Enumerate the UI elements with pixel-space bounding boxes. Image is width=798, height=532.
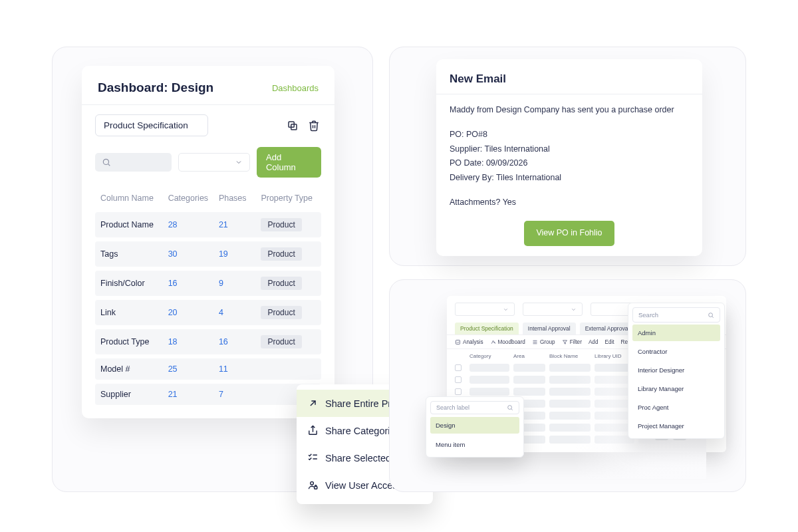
- dashboard-card: Dashboard: Design Dashboards Product Spe…: [82, 66, 334, 418]
- svg-point-2: [103, 159, 108, 164]
- grid-col-category: Category: [469, 353, 509, 359]
- table-header-row: Column Name Categories Phases Property T…: [95, 188, 321, 208]
- property-chip: Product: [261, 277, 301, 290]
- search-input[interactable]: [95, 153, 172, 172]
- table-row: Model # 25 11: [95, 358, 321, 380]
- view-dropdown-label: Product Specification: [104, 120, 188, 130]
- analysis-icon: [455, 339, 461, 345]
- row-categories-link[interactable]: 30: [168, 249, 219, 259]
- property-chip: Product: [261, 306, 301, 319]
- role-search-input[interactable]: Search: [632, 307, 720, 323]
- row-checkbox[interactable]: [455, 376, 462, 383]
- row-categories-link[interactable]: 21: [168, 390, 219, 399]
- search-icon: [708, 312, 714, 319]
- svg-point-7: [311, 481, 314, 485]
- col-header-categories: Categories: [168, 194, 219, 203]
- tab-external-approval[interactable]: External Approval: [580, 323, 635, 334]
- row-name: Model #: [100, 364, 168, 374]
- role-option-interior-designer[interactable]: Interior Designer: [632, 362, 720, 378]
- moodboard-icon: [490, 339, 496, 345]
- table-row: Tags 30 19 Product: [95, 241, 321, 267]
- col-header-property-type: Property Type: [261, 194, 316, 203]
- row-phases-link[interactable]: 7: [219, 390, 261, 399]
- dashboards-link[interactable]: Dashboards: [272, 83, 319, 93]
- row-categories-link[interactable]: 20: [168, 308, 219, 317]
- svg-point-14: [508, 406, 512, 410]
- row-checkbox[interactable]: [455, 364, 462, 371]
- tab-product-specification[interactable]: Product Specification: [455, 323, 519, 334]
- email-body: Maddy from Design Company has sent you a…: [436, 104, 702, 246]
- row-name: Product Type: [100, 337, 168, 346]
- email-attachments: Attachments? Yes: [450, 196, 689, 209]
- row-categories-link[interactable]: 18: [168, 337, 219, 346]
- ribbon-edit[interactable]: Edit: [604, 339, 614, 345]
- view-dropdown[interactable]: Product Specification: [95, 114, 208, 136]
- row-categories-link[interactable]: 28: [168, 220, 219, 229]
- dashboard-header: Dashboard: Design Dashboards: [82, 66, 334, 105]
- copy-icon[interactable]: [285, 118, 300, 133]
- table-row: Supplier 21 7: [95, 384, 321, 405]
- tab-internal-approval[interactable]: Internal Approval: [523, 323, 576, 334]
- col-header-phases: Phases: [219, 194, 261, 203]
- row-name: Supplier: [100, 390, 168, 399]
- table-row: Product Name 28 21 Product: [95, 212, 321, 237]
- dashboard-title: Dashboard: Design: [98, 80, 213, 95]
- mini-dropdown[interactable]: [523, 303, 583, 316]
- property-chip: Product: [261, 247, 301, 261]
- role-option-contractor[interactable]: Contractor: [632, 343, 720, 360]
- filter-icon: [562, 339, 568, 345]
- group-icon: [532, 339, 538, 345]
- label-option-menu-item[interactable]: Menu item: [430, 436, 519, 453]
- row-name: Product Name: [100, 220, 168, 229]
- ribbon-filter[interactable]: Filter: [562, 339, 582, 345]
- role-search-placeholder: Search: [638, 311, 658, 319]
- label-option-design[interactable]: Design: [430, 417, 519, 434]
- row-phases-link[interactable]: 11: [219, 364, 261, 374]
- row-phases-link[interactable]: 19: [219, 249, 261, 259]
- role-popover: Search Admin Contractor Interior Designe…: [628, 303, 725, 439]
- checklist-icon: [307, 452, 319, 464]
- label-search-placeholder: Search label: [436, 404, 469, 411]
- email-title: New Email: [436, 72, 702, 94]
- email-intro: Maddy from Design Company has sent you a…: [450, 104, 689, 116]
- role-option-library-manager[interactable]: Library Manager: [632, 380, 720, 397]
- ribbon-add[interactable]: Add: [589, 339, 598, 345]
- ribbon-analysis[interactable]: Analysis: [455, 339, 483, 345]
- row-phases-link[interactable]: 4: [219, 308, 261, 317]
- view-po-button[interactable]: View PO in Fohlio: [524, 221, 614, 245]
- email-supplier: Supplier: Tiles International: [450, 143, 689, 156]
- columns-table: Column Name Categories Phases Property T…: [82, 186, 334, 405]
- role-option-proc-agent[interactable]: Proc Agent: [632, 399, 720, 416]
- row-name: Tags: [100, 249, 168, 259]
- ribbon-moodboard[interactable]: Moodboard: [490, 339, 525, 345]
- ribbon-group[interactable]: Group: [532, 339, 555, 345]
- dashboard-filter-row: Add Column: [82, 143, 334, 186]
- row-categories-link[interactable]: 16: [168, 279, 219, 288]
- filter-dropdown[interactable]: [178, 153, 250, 172]
- svg-point-16: [709, 313, 713, 317]
- share-forward-icon: [307, 398, 319, 409]
- row-checkbox[interactable]: [455, 388, 462, 395]
- row-categories-link[interactable]: 25: [168, 364, 219, 374]
- mini-dropdown[interactable]: [455, 303, 515, 316]
- row-name: Finish/Color: [100, 279, 168, 288]
- label-popover: Search label Design Menu item: [426, 396, 524, 458]
- email-delivery: Delivery By: Tiles International: [450, 172, 689, 184]
- role-option-project-manager[interactable]: Project Manager: [632, 418, 720, 434]
- row-phases-link[interactable]: 9: [219, 279, 261, 288]
- role-option-admin[interactable]: Admin: [632, 325, 720, 341]
- table-row: Finish/Color 16 9 Product: [95, 271, 321, 296]
- dashboard-toolbar: Product Specification: [82, 105, 334, 143]
- svg-line-15: [511, 409, 513, 410]
- label-search-input[interactable]: Search label: [430, 401, 519, 414]
- row-phases-link[interactable]: 16: [219, 337, 261, 346]
- email-po: PO: PO#8: [450, 128, 689, 141]
- property-chip: Product: [261, 335, 301, 348]
- svg-rect-8: [315, 487, 317, 489]
- dashboard-panel: Dashboard: Design Dashboards Product Spe…: [52, 47, 373, 492]
- trash-icon[interactable]: [307, 118, 321, 133]
- table-row: Link 20 4 Product: [95, 300, 321, 325]
- add-column-button[interactable]: Add Column: [257, 147, 321, 178]
- svg-marker-13: [563, 340, 567, 344]
- row-phases-link[interactable]: 21: [219, 220, 261, 229]
